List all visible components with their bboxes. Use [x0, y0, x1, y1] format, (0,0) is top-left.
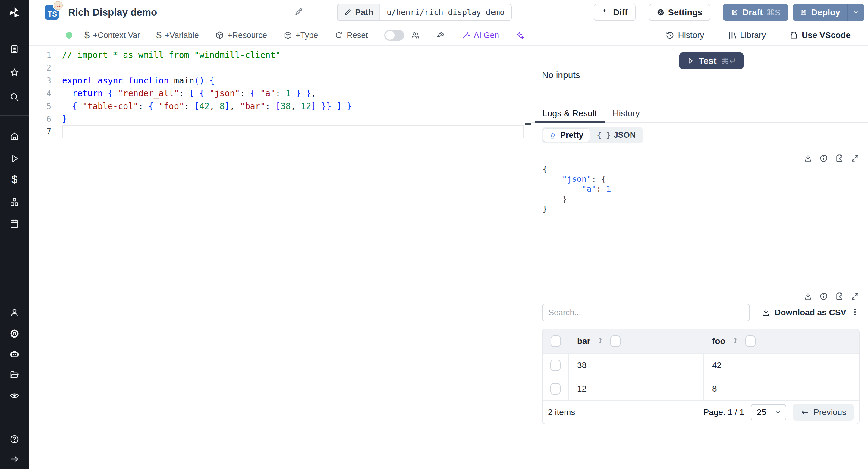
- panel-splitter[interactable]: [524, 46, 532, 469]
- line-number: 5: [29, 100, 62, 113]
- settings-button[interactable]: Settings: [649, 4, 710, 21]
- workers-robot-icon[interactable]: [9, 349, 20, 359]
- line-number: 2: [29, 61, 62, 74]
- sort-icon[interactable]: [732, 337, 739, 346]
- line-numbers: 1234567: [29, 49, 62, 469]
- info-icon[interactable]: [819, 292, 828, 301]
- audit-eye-icon[interactable]: [9, 390, 20, 401]
- add-context-var-button[interactable]: $ +Context Var: [84, 31, 140, 40]
- page-size-select[interactable]: 25: [751, 404, 786, 420]
- diff-button[interactable]: Diff: [594, 4, 635, 21]
- column-toggle-checkbox[interactable]: [745, 336, 755, 347]
- column-toggle-checkbox[interactable]: [610, 336, 621, 347]
- package-icon: [283, 31, 292, 40]
- workspace-building-icon[interactable]: [9, 44, 20, 54]
- search-icon[interactable]: [9, 92, 20, 102]
- windmill-logo-icon[interactable]: [7, 5, 22, 20]
- download-icon[interactable]: [804, 292, 812, 301]
- schedules-calendar-icon[interactable]: [9, 219, 20, 229]
- run-panel: Test ⌘↵ No inputs Logs & Result History …: [532, 46, 868, 469]
- table-actions: [804, 292, 860, 301]
- save-icon: [731, 8, 739, 16]
- code-area[interactable]: // import * as wmill from "windmill-clie…: [62, 49, 524, 469]
- previous-page-button[interactable]: Previous: [793, 404, 854, 421]
- collaborators-users-icon[interactable]: [411, 31, 420, 40]
- home-icon[interactable]: [9, 131, 20, 142]
- expand-icon[interactable]: [850, 292, 860, 301]
- result-tabs: Logs & Result History: [532, 104, 868, 123]
- curly-braces-icon: { }: [597, 131, 611, 139]
- expand-icon[interactable]: [850, 154, 860, 163]
- code-editor[interactable]: 1234567 // import * as wmill from "windm…: [29, 46, 524, 469]
- copy-clipboard-icon[interactable]: [835, 292, 844, 301]
- draft-button[interactable]: Draft ⌘S: [723, 4, 788, 21]
- ai-sparkles-icon[interactable]: [516, 31, 524, 40]
- tab-logs-result[interactable]: Logs & Result: [535, 104, 605, 122]
- json-view-button[interactable]: { } JSON: [591, 128, 642, 142]
- reset-button[interactable]: Reset: [334, 31, 368, 40]
- download-csv-button[interactable]: Download as CSV: [761, 308, 846, 317]
- edit-title-pencil-icon[interactable]: [294, 7, 303, 18]
- ai-gen-button[interactable]: AI Gen: [461, 31, 499, 40]
- table-cell: 38: [569, 354, 704, 377]
- history-button[interactable]: History: [665, 30, 704, 40]
- user-icon[interactable]: [9, 307, 20, 318]
- help-icon[interactable]: [9, 434, 20, 444]
- save-icon: [800, 8, 807, 16]
- favorites-star-icon[interactable]: [9, 67, 20, 78]
- splitter-grip-handle[interactable]: [525, 123, 531, 125]
- code-line: export async function main() {: [62, 74, 524, 87]
- table-row: 3842: [542, 353, 859, 377]
- code-line: "a": 1: [542, 184, 611, 194]
- code-line: {: [542, 164, 611, 174]
- select-all-checkbox[interactable]: [551, 336, 561, 347]
- download-icon[interactable]: [804, 154, 812, 163]
- table-rows: 3842128: [542, 353, 859, 400]
- runs-play-icon[interactable]: [9, 153, 20, 164]
- dollar-icon: $: [84, 31, 90, 40]
- add-type-button[interactable]: +Type: [283, 31, 318, 40]
- table-menu-kebab-icon[interactable]: [850, 307, 860, 318]
- download-icon: [761, 308, 770, 317]
- deploy-button[interactable]: Deploy: [793, 4, 847, 21]
- settings-gear-icon[interactable]: [9, 329, 20, 339]
- result-json: { "json": { "a": 1 }}: [542, 164, 611, 214]
- use-vscode-button[interactable]: Use VScode: [789, 30, 850, 40]
- typescript-badge: TS: [44, 5, 59, 20]
- table-footer: 2 items Page: 1 / 1 25 Previous: [542, 400, 859, 424]
- add-variable-button[interactable]: $ +Variable: [156, 31, 199, 40]
- folders-icon[interactable]: [9, 370, 20, 380]
- row-checkbox[interactable]: [550, 383, 561, 395]
- test-shortcut: ⌘↵: [721, 56, 736, 66]
- deploy-button-group: Deploy: [793, 4, 864, 21]
- info-icon[interactable]: [819, 154, 828, 163]
- format-brush-icon[interactable]: [436, 31, 445, 40]
- collab-toggle[interactable]: [384, 30, 404, 41]
- library-button[interactable]: Library: [728, 30, 766, 40]
- path-button[interactable]: Path u/henri/rich_display_demo: [337, 4, 512, 21]
- column-header-bar: bar: [569, 329, 704, 353]
- table-search-input[interactable]: [542, 304, 750, 321]
- tab-history[interactable]: History: [605, 104, 648, 122]
- deploy-dropdown-button[interactable]: [847, 4, 864, 21]
- table-cell: 8: [704, 377, 859, 400]
- result-content: Pretty { } JSON { "json": {: [532, 123, 868, 469]
- pretty-view-button[interactable]: Pretty: [543, 128, 590, 142]
- variables-dollar-icon[interactable]: $: [9, 175, 20, 185]
- magic-wand-icon: [461, 31, 470, 40]
- add-resource-button[interactable]: +Resource: [215, 31, 267, 40]
- expand-sidebar-arrow-icon[interactable]: [9, 454, 20, 464]
- plus-minus-icon: [601, 8, 610, 16]
- sort-icon[interactable]: [596, 337, 604, 346]
- sidebar-divider: [0, 116, 29, 116]
- code-lines: // import * as wmill from "windmill-clie…: [62, 49, 524, 138]
- row-checkbox[interactable]: [550, 359, 561, 371]
- chevron-down-icon: [852, 8, 860, 16]
- resources-cubes-icon[interactable]: [9, 197, 20, 207]
- copy-clipboard-icon[interactable]: [835, 154, 844, 163]
- code-line: }: [542, 204, 611, 214]
- pencil-icon: [344, 8, 351, 16]
- test-button[interactable]: Test ⌘↵: [679, 53, 744, 69]
- line-number: 7: [29, 125, 62, 138]
- highlighter-icon: [550, 131, 557, 139]
